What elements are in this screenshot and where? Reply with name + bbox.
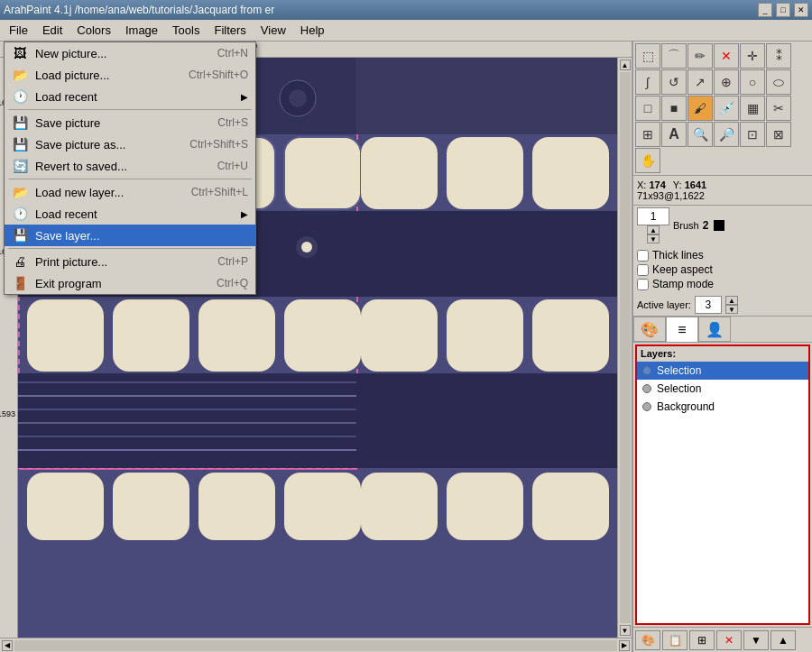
tool-curve[interactable]: ∫ [635, 69, 660, 95]
bottom-btn-delete[interactable]: ✕ [716, 630, 742, 650]
tool-zoom-out[interactable]: 🔎 [714, 122, 739, 147]
load-picture-label: Load picture... [35, 69, 109, 82]
tool-circle[interactable]: ○ [740, 69, 765, 95]
menu-new-picture[interactable]: 🖼 New picture... Ctrl+N [5, 42, 255, 64]
tool-node[interactable]: ⊕ [714, 69, 739, 95]
tool-lasso[interactable]: ⌒ [661, 43, 687, 69]
print-picture-shortcut: Ctrl+P [217, 255, 248, 268]
tool-grid[interactable]: ⊠ [766, 122, 791, 147]
save-picture-as-icon: 💾 [12, 136, 28, 152]
svg-rect-28 [19, 468, 357, 470]
stamp-mode-checkbox[interactable] [637, 279, 649, 290]
bottom-toolbar: 🎨 📋 ⊞ ✕ ▼ ▲ [633, 627, 812, 652]
load-recent-layer-icon: 🕐 [12, 206, 28, 222]
layer-row-selection-2[interactable]: Selection [637, 380, 808, 398]
tool-stamp[interactable]: ⊞ [635, 122, 660, 147]
tool-pencil[interactable]: ✏ [687, 43, 713, 69]
tool-eyedrop[interactable]: 💉 [714, 96, 739, 121]
tool-zoom-in[interactable]: 🔍 [687, 122, 713, 147]
print-picture-label: Print picture... [35, 255, 107, 269]
tool-wand[interactable]: ⁑ [766, 43, 791, 69]
menu-save-picture-as[interactable]: 💾 Save picture as... Ctrl+Shift+S [5, 133, 255, 155]
x-value: 174 [649, 179, 665, 190]
menu-exit[interactable]: 🚪 Exit program Ctrl+Q [5, 272, 255, 294]
bottom-btn-up[interactable]: ▲ [770, 630, 796, 650]
tool-rect-fill[interactable]: ■ [661, 96, 687, 121]
tool-select-rect[interactable]: ⬚ [635, 43, 660, 69]
save-picture-icon: 💾 [12, 115, 28, 131]
active-layer-up[interactable]: ▲ [725, 296, 738, 305]
menu-load-new-layer[interactable]: 📂 Load new layer... Ctrl+Shift+L [5, 181, 255, 203]
tool-paint[interactable]: 🖌 [687, 96, 713, 121]
svg-rect-20 [284, 299, 361, 372]
keep-aspect-row: Keep aspect [637, 263, 808, 276]
menu-file[interactable]: File [2, 22, 35, 39]
thick-lines-checkbox[interactable] [637, 250, 649, 262]
tool-zoom-fit[interactable]: ⊡ [740, 122, 765, 147]
maximize-button[interactable]: □ [776, 3, 790, 17]
tab-layers[interactable]: ≡ [666, 317, 698, 342]
tool-rect-outline[interactable]: □ [635, 96, 660, 121]
bottom-btn-3[interactable]: ⊞ [689, 630, 715, 650]
svg-rect-37 [447, 299, 523, 372]
keep-aspect-checkbox[interactable] [637, 264, 649, 276]
close-button[interactable]: ✕ [794, 3, 808, 17]
tool-transform[interactable]: ↺ [661, 69, 687, 95]
menu-revert[interactable]: 🔄 Revert to saved... Ctrl+U [5, 155, 255, 177]
layer-row-selection-1[interactable]: Selection [637, 362, 808, 380]
new-picture-icon: 🖼 [12, 45, 28, 61]
tool-erase[interactable]: ✕ [714, 43, 739, 69]
brush-size-1-down[interactable]: ▼ [647, 234, 660, 243]
x-label: X: 174 [637, 179, 666, 190]
save-picture-as-label: Save picture as... [35, 138, 125, 152]
menu-save-picture[interactable]: 💾 Save picture Ctrl+S [5, 112, 255, 133]
svg-rect-6 [284, 137, 361, 209]
menu-image[interactable]: Image [118, 22, 165, 39]
brush-size-1-up[interactable]: ▲ [647, 225, 660, 234]
tab-paint[interactable]: 🎨 [633, 317, 666, 342]
tool-text[interactable]: A [661, 122, 687, 147]
thick-lines-label: Thick lines [652, 249, 704, 262]
menu-print-picture[interactable]: 🖨 Print picture... Ctrl+P [5, 251, 255, 272]
bottom-btn-1[interactable]: 🎨 [635, 630, 660, 650]
tool-fill[interactable]: ▦ [740, 96, 765, 121]
active-layer-row: Active layer: ▲ ▼ [633, 294, 812, 317]
active-layer-input[interactable] [695, 296, 722, 314]
menu-load-recent-layer[interactable]: 🕐 Load recent ▶ [5, 203, 255, 225]
load-recent-layer-label: Load recent [35, 207, 97, 221]
layer-name-1: Selection [657, 364, 701, 377]
tool-arrow[interactable]: ↗ [687, 69, 713, 95]
minimize-button[interactable]: _ [758, 3, 772, 17]
tool-move[interactable]: ✛ [740, 43, 765, 69]
svg-rect-38 [532, 299, 609, 372]
tool-scissors[interactable]: ✂ [766, 96, 791, 121]
exit-icon: 🚪 [12, 275, 28, 291]
bottom-btn-2[interactable]: 📋 [662, 630, 687, 650]
svg-rect-35 [532, 137, 609, 209]
load-new-layer-icon: 📂 [12, 184, 28, 200]
layer-dot-2 [642, 384, 651, 393]
svg-rect-18 [113, 299, 189, 372]
svg-rect-41 [532, 473, 609, 540]
active-layer-down[interactable]: ▼ [725, 305, 738, 314]
horizontal-scrollbar[interactable]: ◀ ▶ [0, 638, 632, 652]
tool-ellipse[interactable]: ⬭ [766, 69, 791, 95]
menu-save-layer[interactable]: 💾 Save layer... [5, 225, 255, 246]
menu-help[interactable]: Help [293, 22, 332, 39]
tab-person[interactable]: 👤 [698, 317, 731, 342]
tool-pan[interactable]: ✋ [635, 148, 660, 173]
bottom-btn-down[interactable]: ▼ [743, 630, 769, 650]
brush-size-1[interactable] [637, 207, 669, 225]
svg-rect-32 [284, 473, 361, 540]
vertical-scrollbar[interactable]: ▲ ▼ [617, 58, 632, 638]
menu-edit[interactable]: Edit [35, 22, 69, 39]
layer-row-background[interactable]: Background [637, 398, 808, 416]
thick-lines-row: Thick lines [637, 249, 808, 262]
menu-filters[interactable]: Filters [207, 22, 253, 39]
menu-colors[interactable]: Colors [69, 22, 118, 39]
menu-load-picture[interactable]: 📂 Load picture... Ctrl+Shift+O [5, 64, 255, 86]
menu-load-recent-top[interactable]: 🕐 Load recent ▶ [5, 86, 255, 107]
menu-tools[interactable]: Tools [165, 22, 207, 39]
info-panel: X: 174 Y: 1641 71x93@1,1622 [633, 176, 812, 206]
menu-view[interactable]: View [254, 22, 293, 39]
